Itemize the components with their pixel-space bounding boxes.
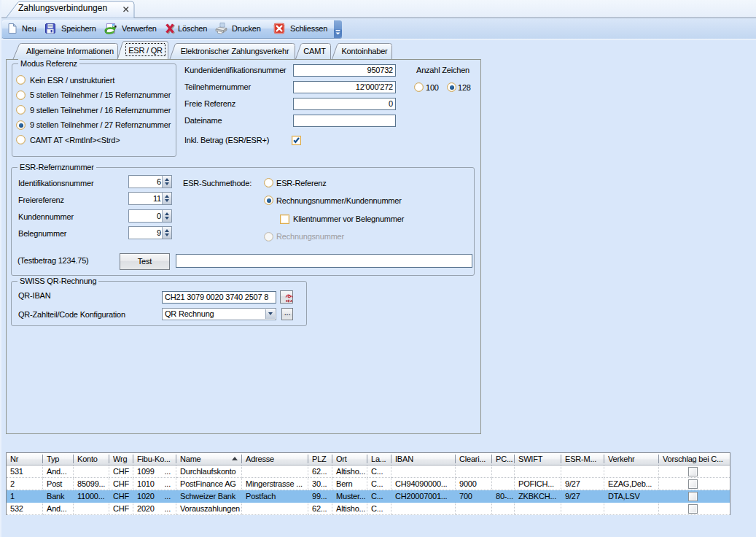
svg-text:CAMT: CAMT: [303, 47, 326, 55]
svg-text:Kontoinhaber: Kontoinhaber: [341, 47, 388, 55]
svg-text:Allgemeine Informationen: Allgemeine Informationen: [26, 47, 114, 55]
svg-text:ESR / QR: ESR / QR: [128, 46, 163, 55]
svg-text:Elektronischer Zahlungsverkehr: Elektronischer Zahlungsverkehr: [181, 47, 289, 55]
